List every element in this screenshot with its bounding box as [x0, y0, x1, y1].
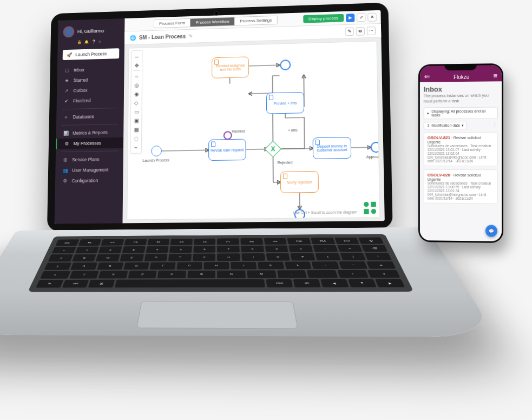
play-button[interactable]: ▶ — [346, 14, 354, 22]
app-sidebar: 👤 Hi, Guillermo 🔒 🔔 ❔ ⎋ 🚀 Launch Process… — [55, 18, 125, 224]
nav-label: Configuration — [72, 178, 98, 183]
expand-button[interactable]: ⤢ — [357, 13, 365, 22]
nav-metrics-reports[interactable]: 📊Metrics & Reports — [56, 127, 124, 139]
keyboard: escF1F2F3F4F5F6F7F8F9F10F11F12⏻ ~1234567… — [28, 234, 413, 292]
nav-separator — [61, 150, 119, 152]
user-panel[interactable]: 👤 Hi, Guillermo — [58, 22, 125, 41]
tab-process-form[interactable]: Process Form — [154, 19, 190, 28]
task-deposit[interactable]: Deposit money in customer account — [313, 137, 352, 159]
plans-icon: ⊞ — [63, 157, 68, 162]
nav-finalized[interactable]: ✔Finalized — [57, 95, 124, 107]
palette-timer[interactable]: ◌ — [133, 134, 140, 142]
back-icon[interactable]: ⇐ — [424, 73, 430, 81]
palette-event[interactable]: ○ — [133, 73, 141, 80]
palette-text[interactable]: ⌁ — [132, 143, 140, 151]
globe-icon: 🌐 — [130, 35, 136, 41]
edit-title-icon[interactable]: ✎ — [189, 33, 193, 39]
logout-icon[interactable]: ⎋ — [98, 40, 101, 44]
toolbar-buttons: Deploy process ▶ ⤢ ✕ — [303, 12, 377, 23]
shape-palette: ↔ ✥ ○ ◎ ◉ ◇ ▭ ▣ ▦ ◌ ⌁ — [130, 50, 142, 154]
info-label: + info — [288, 128, 297, 132]
nav-user-management[interactable]: 👥User Management — [55, 164, 123, 175]
more-icon[interactable]: ⋮ — [492, 121, 498, 128]
canvas-hint: Use Ctrl + Scroll to zoom the diagram — [293, 210, 357, 214]
task-deposit-label: Deposit money in customer account — [315, 144, 349, 152]
palette-end[interactable]: ◉ — [133, 90, 140, 97]
remind-label: Remind — [232, 129, 245, 133]
inbox-card[interactable]: OSOLV-820 · Revisar solicitudUrgenteSoli… — [424, 169, 498, 204]
rocket-icon: 🚀 — [67, 52, 73, 57]
task-revise[interactable]: Revise loan request — [208, 139, 246, 161]
database-icon: ≡ — [63, 115, 69, 120]
phone-body: Inbox The process instances on which you… — [420, 81, 502, 241]
task-remind-label: Remind assignee and his boss — [214, 63, 247, 71]
palette-intermed[interactable]: ◎ — [133, 81, 140, 89]
display-filter[interactable]: ▸ Displaying: All processes and all task… — [424, 107, 498, 119]
launch-label: Launch Process — [75, 51, 107, 57]
svg-line-0 — [162, 150, 208, 150]
tool-pencil[interactable]: ✎ — [345, 27, 353, 36]
gateway[interactable]: X — [265, 141, 281, 158]
palette-task[interactable]: ▭ — [133, 108, 140, 115]
card-task: Revisar solicitud — [454, 173, 481, 176]
star-icon: ★ — [64, 78, 70, 83]
close-button[interactable]: ✕ — [367, 12, 376, 21]
nav-configuration[interactable]: ⚙Configuration — [55, 175, 123, 186]
task-provide[interactable]: Provide + info — [266, 92, 304, 114]
greeting: Hi, Guillermo — [77, 28, 104, 34]
timer-event[interactable] — [224, 131, 232, 140]
nav-label: User Management — [72, 167, 108, 173]
process-tabs: Process Form Process Workflow Process Se… — [153, 16, 278, 28]
launch-process-button[interactable]: 🚀 Launch Process — [63, 48, 120, 60]
palette-dbtask[interactable]: ▣ — [133, 117, 140, 124]
palette-subproc[interactable]: ▦ — [133, 126, 140, 133]
nav-label: Databases — [73, 114, 94, 120]
bell-icon[interactable]: 🔔 — [84, 40, 89, 44]
phone-subtitle: The process instances on which you must … — [424, 93, 498, 104]
flow-arrows — [127, 41, 379, 219]
palette-gateway[interactable]: ◇ — [133, 99, 140, 107]
avatar: 👤 — [63, 26, 74, 37]
trackpad — [136, 301, 298, 329]
end-approved[interactable] — [370, 142, 380, 153]
config-icon: ⚙ — [62, 178, 68, 183]
tool-more[interactable]: ⋯ — [367, 27, 376, 35]
deploy-button[interactable]: Deploy process — [303, 14, 344, 23]
metrics-icon: 📊 — [63, 130, 69, 136]
laptop-base: escF1F2F3F4F5F6F7F8F9F10F11F12⏻ ~1234567… — [0, 227, 497, 337]
laptop-screen: 👤 Hi, Guillermo 🔒 🔔 ❔ ⎋ 🚀 Launch Process… — [55, 10, 385, 224]
process-title: SM - Loan Process — [139, 34, 186, 41]
doc-icon — [269, 95, 273, 100]
card-detail: Solicitudes de vacaciones · Task creatio… — [428, 143, 494, 155]
svg-line-3 — [351, 147, 371, 148]
help-icon[interactable]: ❔ — [91, 40, 96, 44]
card-detail: 020_toborska@integradoc.com · Limit date… — [428, 155, 494, 162]
nav-label: Metrics & Reports — [73, 130, 108, 136]
nav-service-plans[interactable]: ⊞Service Plans — [56, 154, 123, 165]
nav-label: Finalized — [73, 98, 91, 103]
inbox-card[interactable]: OSOLV-821 · Revisar solicitudUrgenteSoli… — [424, 132, 498, 166]
nav-label: Service Plans — [72, 157, 99, 163]
palette-pointer[interactable]: ↔ — [133, 53, 141, 61]
hamburger-icon[interactable]: ≡ — [493, 71, 497, 80]
tab-process-workflow[interactable]: Process Workflow — [191, 17, 235, 27]
end-remind[interactable] — [280, 60, 291, 70]
task-reject[interactable]: Notify rejection — [280, 171, 319, 193]
user-quick-icons: 🔒 🔔 ❔ ⎋ — [58, 39, 124, 47]
nav-label: Inbox — [74, 67, 84, 73]
chat-button[interactable]: 💬 — [485, 225, 497, 237]
workflow-canvas[interactable]: ↔ ✥ ○ ◎ ◉ ◇ ▭ ▣ ▦ ◌ ⌁ — [127, 41, 380, 220]
display-filter-label: Displaying: All processes and all tasks — [432, 109, 494, 117]
lock-icon[interactable]: 🔒 — [77, 40, 82, 44]
sort-selector[interactable]: ↧ Modification date ▾ — [424, 121, 467, 129]
phone-screen: ⇐ Flokzu ≡ Inbox The process instances o… — [420, 65, 502, 241]
nav-my-processes[interactable]: ⚙My Processes — [56, 137, 123, 149]
nav-databases[interactable]: ≡Databases — [56, 111, 124, 123]
nav-separator — [62, 108, 119, 109]
palette-hand[interactable]: ✥ — [133, 62, 141, 69]
tool-copy[interactable]: ⧉ — [356, 27, 365, 35]
tab-process-settings[interactable]: Process Settings — [234, 16, 277, 25]
task-remind[interactable]: Remind assignee and his boss — [212, 56, 249, 78]
chevron-right-icon: ▸ — [428, 111, 430, 115]
start-event[interactable] — [151, 146, 162, 156]
